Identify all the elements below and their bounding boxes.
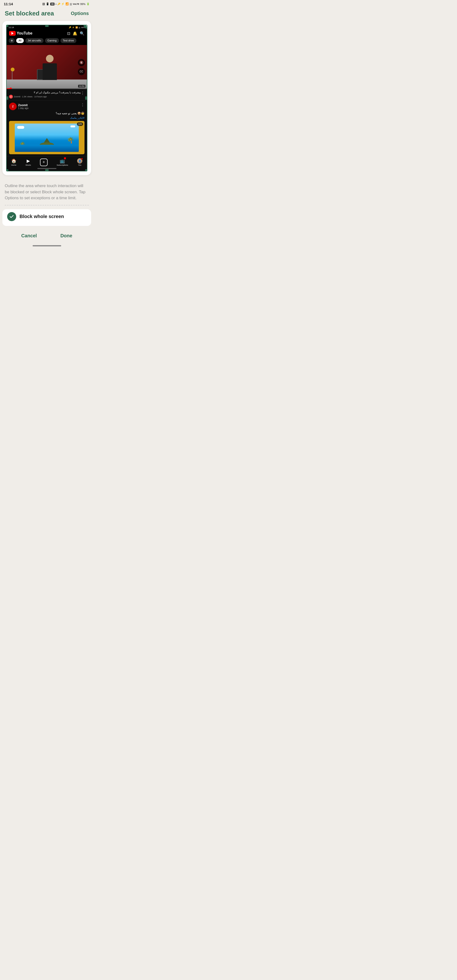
- selection-frame[interactable]: ✕ 11:14 🔑 ⚡ 📶 ||| 99% YouTube: [6, 25, 88, 172]
- battery-text: 99%: [80, 3, 86, 5]
- yt-bell-icon[interactable]: 🔔: [73, 31, 77, 36]
- yt-header-icons: ⊡ 🔔 🔍: [67, 31, 84, 36]
- description-text: Outline the area where touch interaction…: [0, 179, 94, 203]
- yt-post-time: 1 day ago: [18, 107, 29, 110]
- yt-person: [43, 55, 57, 80]
- yt-key: 🔑: [69, 26, 71, 29]
- page-header: Set blocked area Options: [0, 7, 94, 21]
- yt-status-icons: 🔑 ⚡ 📶 ||| 99%: [69, 26, 85, 29]
- yt-video-channel: Z Zoomit · 1.5K views · 14 hours ago: [9, 95, 81, 99]
- yt-post: Z Zoomit 1 day ago ⋮ 🤠📦 یعنی تو جعبه چیه…: [7, 100, 87, 156]
- handle-top-left[interactable]: [6, 25, 8, 27]
- yt-nav-shorts[interactable]: ▶ Shorts: [25, 158, 31, 166]
- yt-add-icon: +: [40, 159, 48, 166]
- yt-mute-button[interactable]: 🔇: [78, 59, 85, 66]
- cloud2: [70, 126, 75, 127]
- yt-video-player[interactable]: 🔇 CC 11:51: [7, 45, 87, 89]
- tropical-scene: 🌴 🌴: [15, 124, 79, 152]
- screenshot-card: ✕ 11:14 🔑 ⚡ 📶 ||| 99% YouTube: [2, 21, 91, 175]
- yt-post-text: 🤠📦 یعنی تو جعبه چیه؟: [9, 111, 84, 115]
- cloud: [17, 126, 24, 129]
- yt-tab-gaming[interactable]: Gaming: [45, 38, 59, 43]
- water: [15, 145, 79, 152]
- yt-post-more-button[interactable]: ⋮: [81, 103, 84, 107]
- yt-nav-home[interactable]: 🏠 Home: [11, 158, 16, 166]
- yt-video-info: پیشرفت یا پسرفت؟ بررسی مکبوک ایر ام ۳ Z …: [7, 89, 87, 100]
- yt-cc-button[interactable]: CC: [78, 68, 85, 75]
- yt-tab-jet[interactable]: Jet aircrafts: [25, 38, 43, 43]
- check-icon: [7, 212, 16, 221]
- yt-cast-icon[interactable]: ⊡: [67, 31, 70, 36]
- yt-post-channel-name: Zoomit: [18, 103, 29, 107]
- yt-post-hashtag: #ایلان_ماسک: [9, 116, 84, 119]
- yt-bottom-nav: 🏠 Home ▶ Shorts + 📺 Subscriptions: [7, 156, 87, 167]
- yt-search-icon[interactable]: 🔍: [80, 31, 84, 36]
- status-icons: 🖼 📱 99 • 🔑 ⚡ 📶 ||| VoLTE 99% 🔋: [42, 2, 90, 5]
- yt-carousel-image: 🌴 🌴: [9, 121, 84, 154]
- yt-nav-subscriptions[interactable]: 📺 Subscriptions: [57, 158, 68, 166]
- yt-post-channel-info: Zoomit 1 day ago: [18, 103, 29, 110]
- handle-bottom-left[interactable]: [6, 169, 8, 172]
- yt-carousel-counter: 1/4: [77, 123, 83, 126]
- yt-sub-badge: [64, 158, 66, 159]
- yt-nav-add[interactable]: +: [40, 159, 48, 166]
- yt-time: 11:14: [9, 26, 14, 29]
- yt-home-icon: 🏠: [11, 158, 16, 164]
- badge-icon: 99: [50, 3, 54, 5]
- yt-header: YouTube ⊡ 🔔 🔍: [7, 30, 87, 37]
- handle-bottom-right[interactable]: [85, 169, 88, 172]
- yt-progress-bar[interactable]: [7, 88, 87, 89]
- bluetooth-icon: ⚡: [61, 2, 65, 5]
- yt-you-avatar: 👤: [77, 158, 82, 164]
- cancel-button[interactable]: Cancel: [16, 231, 41, 241]
- yt-tab-all[interactable]: All: [16, 38, 24, 43]
- yt-channel-meta: Zoomit · 1.5K views · 14 hours ago: [14, 95, 47, 98]
- yt-nav-you[interactable]: 👤 You: [77, 158, 82, 166]
- yt-wifi: 📶: [75, 26, 78, 29]
- yt-logo-text: YouTube: [17, 31, 32, 35]
- yt-post-header: Z Zoomit 1 day ago ⋮: [9, 103, 84, 110]
- dotted-divider: [5, 205, 89, 205]
- yt-shorts-icon: ▶: [27, 158, 30, 164]
- yt-carousel[interactable]: 1/4 🌴 🌴: [9, 121, 84, 154]
- checkmark-svg: [9, 214, 14, 219]
- signal-icon: |||: [70, 3, 72, 5]
- yt-video-title: پیشرفت یا پسرفت؟ بررسی مکبوک ایر ام ۳: [9, 91, 81, 94]
- yt-tab-test[interactable]: Test drive: [61, 38, 76, 43]
- status-time: 11:14: [4, 2, 13, 6]
- options-button[interactable]: Options: [71, 11, 89, 16]
- lte-icon: VoLTE: [73, 3, 79, 5]
- youtube-screenshot: 11:14 🔑 ⚡ 📶 ||| 99% YouTube ⊡ 🔔: [7, 25, 87, 171]
- status-bar: 11:14 🖼 📱 99 • 🔑 ⚡ 📶 ||| VoLTE 99% 🔋: [0, 0, 94, 7]
- block-whole-screen-row[interactable]: Block whole screen: [2, 209, 91, 226]
- yt-progress-fill: [7, 88, 11, 89]
- yt-logo-icon: [9, 31, 16, 36]
- gallery-icon: 🖼: [42, 3, 45, 5]
- bottom-buttons: Cancel Done: [0, 226, 94, 244]
- handle-mid-right[interactable]: [85, 96, 88, 100]
- page-title: Set blocked area: [5, 10, 54, 17]
- wifi-icon: 📶: [65, 2, 69, 5]
- done-button[interactable]: Done: [56, 231, 77, 241]
- yt-video-more-button[interactable]: ⋮: [81, 91, 84, 95]
- dot-icon: •: [56, 3, 56, 5]
- yt-post-channel: Z Zoomit 1 day ago: [9, 103, 29, 110]
- home-bar: [33, 245, 61, 247]
- device-icon: 📱: [46, 2, 49, 5]
- yt-home-bar: [37, 168, 56, 169]
- yt-signal: |||: [79, 26, 80, 29]
- key-icon: 🔑: [57, 3, 60, 5]
- home-indicator: [0, 244, 94, 249]
- yt-bt: ⚡: [72, 26, 75, 29]
- yt-channel-avatar: Z: [9, 95, 13, 99]
- yt-logo: YouTube: [9, 31, 32, 36]
- yt-desk: [7, 80, 87, 89]
- handle-top-mid[interactable]: [45, 25, 49, 27]
- handle-mid-left[interactable]: [6, 96, 8, 100]
- yt-video-duration: 11:51: [78, 85, 86, 88]
- yt-post-avatar: Z: [9, 103, 17, 110]
- handle-bottom-mid[interactable]: [45, 169, 49, 172]
- yt-video-controls: 🔇 CC: [78, 59, 85, 75]
- yt-explore-tab[interactable]: ⊕: [9, 38, 15, 43]
- yt-video-meta: پیشرفت یا پسرفت؟ بررسی مکبوک ایر ام ۳ Z …: [9, 91, 81, 99]
